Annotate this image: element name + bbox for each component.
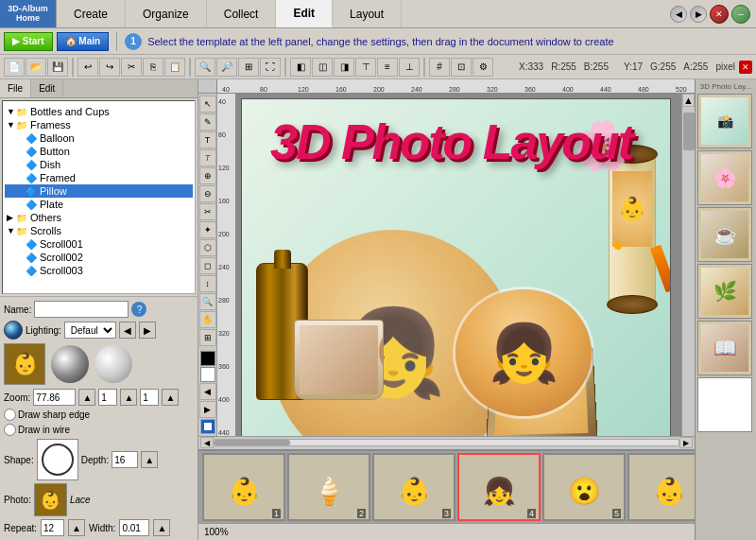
tree-item-scrolls[interactable]: ▼ 📁 Scrolls [5, 224, 193, 237]
film-thumb-6[interactable]: 👶 6 [627, 453, 695, 521]
open-icon[interactable]: 📂 [26, 58, 46, 77]
right-thumb-3[interactable]: ☕ [697, 207, 752, 262]
zoom-out-icon[interactable]: 🔎 [216, 58, 237, 77]
tree-item-others[interactable]: ▶ 📁 Others [5, 211, 193, 224]
tree-item-button[interactable]: 🔷 Button [5, 145, 193, 158]
new-icon[interactable]: 📄 [4, 58, 25, 77]
fit-icon[interactable]: ⊞ [238, 58, 259, 77]
info-icon[interactable]: ? [131, 302, 146, 317]
depth-input[interactable] [112, 451, 138, 468]
lighting-select[interactable]: Default [64, 322, 116, 339]
film-thumb-4[interactable]: 👧 4 [457, 453, 541, 521]
right-thumb-blank[interactable] [697, 377, 752, 432]
menu-collect[interactable]: Collect [207, 0, 277, 27]
h-scroll-track[interactable] [214, 439, 679, 446]
grid-tool[interactable]: ⊞ [199, 329, 216, 346]
repeat-input[interactable] [41, 519, 64, 536]
draw-sharp-option[interactable]: Draw sharp edge [4, 409, 90, 421]
scroll-up-btn[interactable]: ▲ [682, 94, 695, 107]
bg-color[interactable] [200, 367, 215, 382]
align-bottom-icon[interactable]: ⊥ [399, 58, 420, 77]
scroll-right-btn[interactable]: ▶ [679, 437, 693, 448]
name-input[interactable] [34, 301, 129, 318]
cut-icon[interactable]: ✂ [121, 58, 142, 77]
remove-tool[interactable]: ⊖ [199, 185, 216, 202]
cut-tool[interactable]: ✂ [199, 203, 216, 220]
add-tool[interactable]: ⊕ [199, 167, 216, 184]
tree-item-bottles[interactable]: ▼ 📁 Bottles and Cups [5, 105, 193, 118]
page-nav[interactable] [200, 419, 215, 434]
tree-item-pillow[interactable]: 🔷 Pillow [5, 184, 193, 198]
zoom-in-icon[interactable]: 🔍 [195, 58, 215, 77]
align-center-icon[interactable]: ◫ [312, 58, 333, 77]
tree-item-plate[interactable]: 🔷 Plate [5, 198, 193, 211]
h-scrollbar[interactable]: ◀ ▶ [198, 436, 695, 449]
menu-layout[interactable]: Layout [333, 0, 402, 27]
right-thumb-2[interactable]: 🌸 [697, 150, 752, 205]
scroll-left-btn[interactable]: ◀ [200, 437, 214, 448]
save-icon[interactable]: 💾 [47, 58, 68, 77]
pan-tool[interactable]: ✋ [199, 311, 216, 328]
main-button[interactable]: 🏠 Main [57, 32, 110, 51]
align-left-icon[interactable]: ◧ [290, 58, 311, 77]
flip-tool[interactable]: ↕ [199, 275, 216, 292]
zoom-num1-up[interactable]: ▲ [120, 389, 137, 406]
tree-item-scroll003[interactable]: 🔷 Scroll003 [5, 264, 193, 277]
grid-icon[interactable]: # [429, 58, 450, 77]
text-style-tool[interactable]: T [199, 149, 216, 166]
canvas-close-icon[interactable]: ✕ [739, 61, 752, 74]
redo-icon[interactable]: ↪ [99, 58, 120, 77]
fg-color[interactable] [200, 351, 215, 366]
text-tool[interactable]: T [199, 131, 216, 148]
film-thumb-2[interactable]: 🍦 2 [287, 453, 370, 521]
width-input[interactable] [119, 519, 149, 536]
menu-create[interactable]: Create [57, 0, 126, 27]
align-right-icon[interactable]: ◨ [334, 58, 354, 77]
film-thumb-1[interactable]: 👶 1 [202, 453, 285, 521]
scroll-thumb-v[interactable] [683, 113, 695, 150]
lighting-prev-btn[interactable]: ◀ [119, 322, 136, 339]
menu-organize[interactable]: Organize [126, 0, 207, 27]
zoom-input[interactable] [33, 389, 76, 406]
zoom-tool[interactable]: 🔍 [199, 293, 216, 310]
film-thumb-5[interactable]: 😮 5 [542, 453, 626, 521]
photo-selector[interactable]: 👶 [34, 483, 67, 516]
copy-icon[interactable]: ⎘ [143, 58, 163, 77]
tree-item-scroll002[interactable]: 🔷 Scroll002 [5, 251, 193, 264]
film-thumb-3[interactable]: 👶 3 [372, 453, 455, 521]
right-thumb-4[interactable]: 🌿 [697, 264, 752, 319]
draw-tool[interactable]: ✎ [199, 113, 216, 131]
h-scroll-thumb[interactable] [215, 440, 290, 445]
start-button[interactable]: ▶ Start [4, 32, 53, 51]
nav-back-icon[interactable]: ◀ [670, 6, 687, 23]
repeat-up[interactable]: ▲ [68, 519, 85, 536]
depth-up[interactable]: ▲ [141, 451, 158, 468]
zoom-spin-up[interactable]: ▲ [78, 389, 95, 406]
ball-preview-1[interactable] [51, 345, 89, 383]
color-selector[interactable] [4, 321, 23, 340]
undo-icon[interactable]: ↩ [77, 58, 98, 77]
snap-icon[interactable]: ⊡ [451, 58, 472, 77]
tree-item-framed[interactable]: 🔷 Framed [5, 171, 193, 184]
select-tool[interactable]: ↖ [199, 96, 216, 113]
file-tab[interactable]: File [0, 79, 31, 97]
rect-tool[interactable]: ◻ [199, 257, 216, 274]
close-window-icon[interactable]: ✕ [710, 5, 729, 24]
tree-item-scroll001[interactable]: 🔷 Scroll001 [5, 237, 193, 251]
ball-preview-2[interactable] [94, 345, 132, 383]
tree-item-dish[interactable]: 🔷 Dish [5, 158, 193, 171]
align-top-icon[interactable]: ⊤ [355, 58, 376, 77]
tree-item-balloon[interactable]: 🔷 Balloon [5, 131, 193, 145]
prev-page-btn[interactable]: ◀ [199, 383, 216, 400]
lighting-next-btn[interactable]: ▶ [139, 322, 156, 339]
tree-item-framess[interactable]: ▼ 📁 Framess [5, 118, 193, 131]
right-thumb-1[interactable]: 📸 [697, 94, 752, 148]
width-up[interactable]: ▲ [153, 519, 170, 536]
zoom-num2-up[interactable]: ▲ [162, 389, 179, 406]
right-thumb-5[interactable]: 📖 [697, 321, 752, 375]
settings-icon[interactable]: ⚙ [472, 58, 493, 77]
paste-icon[interactable]: 📋 [164, 58, 185, 77]
logo-button[interactable]: 3D-Album Home [0, 0, 57, 27]
menu-edit[interactable]: Edit [276, 0, 333, 27]
edit-tab[interactable]: Edit [31, 79, 63, 97]
